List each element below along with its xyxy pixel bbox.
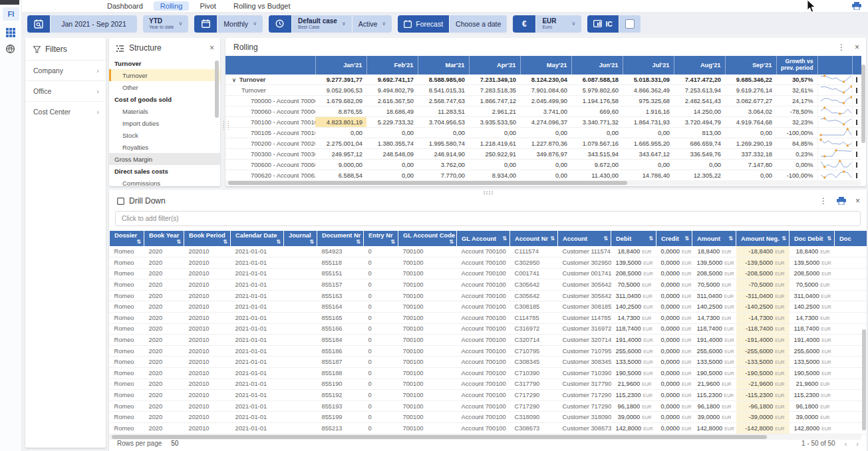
rolling-value-cell[interactable]: 0,00 [366, 128, 418, 138]
drill-cell-document-nr[interactable]: 855166 [317, 323, 364, 335]
tab-pivot[interactable]: Pivot [193, 1, 222, 11]
drill-column-header-dossier[interactable]: Dossier⇅ [110, 231, 144, 246]
drill-cell-calendar-date[interactable]: 2021-01-01 [231, 357, 284, 368]
rolling-value-cell[interactable]: 18.686,49 [366, 106, 418, 117]
rolling-value-cell[interactable]: 4.866.362,49 [623, 85, 674, 96]
filter-item-cost-center[interactable]: Cost Center› [25, 101, 106, 122]
ic-checkbox[interactable] [625, 19, 635, 29]
kebab-menu-icon[interactable]: ⋮ [837, 43, 845, 51]
rolling-row-label[interactable]: 700000 - Account 700000 [225, 96, 315, 106]
drill-cell-credit[interactable]: 0,0000EUR [656, 268, 692, 279]
rolling-value-cell[interactable]: 7.147,80 [725, 160, 776, 170]
drill-cell-book-period[interactable]: 202010 [184, 345, 231, 357]
sort-icon[interactable]: ⇅ [276, 239, 281, 245]
drill-cell-amount[interactable]: 115,2300EUR [692, 390, 736, 401]
drill-cell-gl-account[interactable]: Account 700100 [457, 368, 510, 379]
drill-cell-amount[interactable]: 139,5000EUR [692, 257, 736, 269]
rolling-month-header-may-21[interactable]: May'21 [520, 56, 571, 75]
drill-cell-account-nr[interactable]: C114785 [510, 313, 558, 324]
rolling-value-cell[interactable]: 6.588,54 [315, 170, 366, 181]
drill-cell-journal[interactable] [284, 301, 317, 313]
rolling-value-cell[interactable]: 686.659,74 [674, 138, 725, 149]
drill-cell-amount[interactable]: 70,5000EUR [692, 279, 736, 291]
drill-cell-account[interactable]: Customer 320714 [558, 335, 611, 346]
drill-cell-amount[interactable]: 18,8400EUR [692, 246, 736, 257]
rolling-value-cell[interactable]: 0,00 [623, 160, 674, 170]
drill-column-header-calendar-date[interactable]: Calendar Date⇅ [231, 231, 284, 246]
drill-cell-amount[interactable]: 190,5000EUR [692, 368, 736, 379]
structure-item-commissions[interactable]: Commissions [109, 177, 220, 186]
rolling-month-header-feb-21[interactable]: Feb'21 [366, 56, 418, 75]
rolling-value-cell[interactable]: 7.770,00 [418, 170, 469, 181]
drill-cell-amount-neg[interactable]: -255,6000EUR [736, 345, 790, 357]
drill-cell-gl-account-code[interactable]: 700100 [398, 400, 457, 412]
drill-column-header-gl-account[interactable]: GL Account⇅ [457, 231, 510, 246]
drill-cell-doc-debit[interactable]: 311,0400EUR [790, 290, 835, 301]
rolling-value-cell[interactable]: 7.253.613,94 [674, 85, 725, 96]
drill-cell-journal[interactable] [284, 257, 317, 269]
rolling-value-cell[interactable]: 8.588.985,60 [418, 75, 469, 85]
drill-cell-credit[interactable]: 0,0000EUR [656, 313, 692, 324]
granularity-dropdown[interactable]: Monthly ∨ [217, 15, 263, 33]
sort-icon[interactable]: ⇅ [728, 235, 733, 241]
drill-cell-gl-account-code[interactable]: 700100 [398, 390, 457, 401]
rolling-value-cell[interactable]: 1.916,16 [623, 106, 674, 117]
drill-cell-book-period[interactable]: 202010 [184, 412, 231, 423]
drill-cell-doc-debit[interactable]: 21,9600EUR [790, 378, 835, 390]
drill-cell-gl-account-code[interactable]: 700100 [398, 313, 457, 324]
drill-cell-debit[interactable]: 140,2500EUR [611, 301, 656, 313]
drill-cell-calendar-date[interactable]: 2021-01-01 [231, 368, 284, 379]
drill-cell-debit[interactable]: 18,8400EUR [611, 246, 656, 257]
drill-cell-document-nr[interactable]: 855165 [317, 313, 364, 324]
drill-cell-journal[interactable] [284, 335, 317, 346]
drill-cell-account[interactable]: Customer 308185 [558, 301, 611, 313]
rolling-value-cell[interactable]: 249.957,12 [315, 149, 366, 160]
rolling-growth-cell[interactable]: 84,85% [776, 138, 817, 149]
drilldown-vertical-scrollbar[interactable] [862, 329, 866, 430]
rolling-row-label[interactable]: 700620 - Account 700620 [225, 170, 315, 181]
rolling-value-cell[interactable]: 0,00 [469, 128, 520, 138]
drill-cell-dossier[interactable]: Romeo [110, 290, 144, 301]
drill-cell-debit[interactable]: 70,5000EUR [611, 279, 656, 291]
drill-cell-account[interactable]: Customer 001741 [558, 268, 611, 279]
rolling-value-cell[interactable]: 8.876,55 [315, 106, 366, 117]
drill-cell-gl-account-code[interactable]: 700100 [398, 279, 457, 291]
drill-table-row[interactable]: Romeo20202020102021-01-018552130700100Ac… [110, 423, 867, 434]
rolling-month-header-jul-21[interactable]: Jul'21 [623, 56, 674, 75]
drill-cell-dossier[interactable]: Romeo [110, 345, 144, 357]
sort-icon[interactable]: ⇅ [782, 235, 786, 241]
rolling-value-cell[interactable]: 0,00 [520, 160, 571, 170]
drill-cell-book-year[interactable]: 2020 [144, 412, 184, 423]
drill-cell-document-nr[interactable]: 855192 [317, 390, 364, 401]
drill-cell-amount[interactable]: 142,8000EUR [692, 423, 736, 434]
drill-cell-amount-neg[interactable]: -18,8400EUR [736, 246, 790, 257]
rolling-value-cell[interactable]: 2.482.541,43 [674, 96, 725, 106]
drill-cell-entry-nr[interactable]: 0 [364, 257, 398, 269]
rolling-value-cell[interactable]: 14.250,00 [674, 106, 725, 117]
drill-cell-book-period[interactable]: 202010 [184, 378, 231, 390]
drill-cell-entry-nr[interactable]: 0 [364, 313, 398, 324]
drill-cell-dossier[interactable]: Romeo [110, 246, 144, 257]
drill-cell-doc-debit[interactable]: 39,0000EUR [790, 412, 835, 423]
drill-cell-entry-nr[interactable]: 0 [364, 268, 398, 279]
drill-cell-gl-account-code[interactable]: 700100 [398, 412, 457, 423]
drill-cell-account[interactable]: Customer 717290 [558, 400, 611, 412]
drill-cell-entry-nr[interactable]: 0 [364, 368, 398, 379]
drill-cell-credit[interactable]: 0,0000EUR [656, 368, 692, 379]
sort-icon[interactable]: ⇅ [390, 239, 395, 245]
drill-cell-journal[interactable] [284, 323, 317, 335]
drill-cell-document-nr[interactable]: 855193 [317, 400, 364, 412]
rolling-value-cell[interactable]: 248.548,09 [366, 149, 418, 160]
drill-cell-book-period[interactable]: 202010 [184, 268, 231, 279]
structure-item-cost-of-goods-sold[interactable]: Cost of goods sold [109, 93, 220, 105]
drill-cell-book-year[interactable]: 2020 [144, 335, 184, 346]
drill-column-header-doc[interactable]: Doc⇅ [835, 231, 867, 246]
drill-cell-journal[interactable] [284, 378, 317, 390]
drill-cell-account[interactable]: Customer 302950 [558, 257, 611, 269]
drill-cell-gl-account[interactable]: Account 700100 [457, 313, 510, 324]
drill-cell-doc[interactable] [835, 290, 867, 301]
drill-cell-doc[interactable] [835, 279, 867, 291]
drill-cell-book-period[interactable]: 202010 [184, 368, 231, 379]
drill-cell-credit[interactable]: 0,0000EUR [656, 301, 692, 313]
drill-cell-entry-nr[interactable]: 0 [364, 301, 398, 313]
